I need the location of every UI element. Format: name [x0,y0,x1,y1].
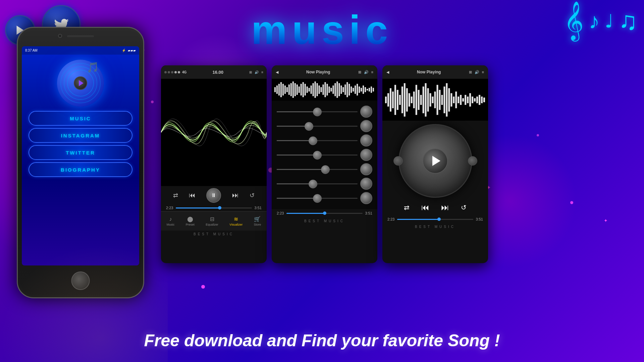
sparkle [570,201,573,204]
eq-slider-5[interactable] [277,169,358,170]
app-logo-area: 🎵 [22,55,139,108]
tab-preset-label: Preset [186,223,195,226]
tab-equalizer[interactable]: ⊟ Equalizer [206,216,218,226]
svg-rect-17 [301,84,302,96]
svg-rect-11 [288,84,290,95]
eq-fill-5 [277,169,325,170]
eq-knob-6[interactable] [360,178,372,190]
eq-slider-7[interactable] [277,198,358,199]
svg-rect-31 [328,86,330,93]
player-center-play[interactable] [423,148,448,174]
back-button-3[interactable]: ◀ [386,70,389,74]
svg-rect-62 [404,83,406,117]
svg-rect-38 [342,87,344,92]
eq-knob-2[interactable] [360,120,372,132]
screen3-title: Now Playing [392,70,466,74]
music-tab-icon: ♪ [169,216,172,222]
svg-rect-91 [472,97,473,103]
vol-icon-2: 🔊 [364,70,369,74]
eq-thumb-2 [305,122,313,131]
svg-rect-8 [282,84,284,96]
tab-preset[interactable]: ⬤ Preset [186,216,195,226]
eq-fill-6 [277,183,313,184]
menu-twitter-button[interactable]: TWITTER [29,145,132,160]
svg-rect-60 [399,95,401,105]
eq-thumb-5 [321,165,330,174]
prev-button[interactable]: ⏮ [189,191,196,199]
menu-music-button[interactable]: MUSIC [29,111,132,126]
s2-progress-fill [286,213,324,214]
progress-track[interactable] [176,207,252,208]
eq-slider-2[interactable] [277,126,358,127]
svg-rect-78 [441,95,443,105]
center-play-button[interactable] [74,76,87,90]
menu-instagram-button[interactable]: INSTAGRAM [29,128,132,143]
back-button-2[interactable]: ◀ [276,70,278,74]
eq-knob-5[interactable] [360,163,372,175]
player-play-triangle [432,156,440,166]
svg-rect-72 [427,88,429,112]
screen3-header-icons: ⊞ 🔊 ≡ [469,70,484,74]
dot3 [171,71,173,73]
menu-icon-2: ≡ [371,70,373,74]
eq-knob-7[interactable] [360,192,372,204]
eq-knob-4[interactable] [360,149,372,161]
s2-time-current: 2:23 [277,211,284,215]
svg-rect-81 [448,88,450,112]
svg-rect-18 [303,82,304,97]
player-prev-btn[interactable]: ⏮ [421,203,429,212]
tab-music[interactable]: ♪ Music [167,216,175,226]
s2-progress-track[interactable] [286,213,362,214]
note-icon-2: ♩ [605,10,613,32]
eq-tab-icon: ⊟ [210,216,214,222]
svg-rect-63 [406,88,408,112]
eq-slider-3[interactable] [277,140,358,141]
shuffle-button[interactable]: ⇄ [173,192,178,199]
svg-rect-53 [373,88,374,92]
svg-rect-93 [476,97,478,103]
svg-rect-68 [418,90,420,110]
s3-time-current: 2:23 [387,217,394,221]
phone-home-button[interactable] [71,272,90,290]
menu-biography-button[interactable]: BIOGRAPHY [29,162,132,177]
eq-slider-4[interactable] [277,155,358,156]
tab-music-label: Music [167,223,175,226]
dot4 [174,71,177,73]
player-side-left[interactable] [393,156,403,166]
svg-rect-52 [371,86,372,93]
eq-knob-1[interactable] [360,106,372,118]
screen2-header: ◀ Now Playing ⊞ 🔊 ≡ [272,65,377,79]
eq-slider-row-5 [277,163,372,175]
svg-rect-46 [359,86,360,93]
eq-slider-6[interactable] [277,183,358,184]
svg-rect-13 [292,81,294,98]
progress-fill [176,207,221,208]
screen1-header: 4G 16.00 ⊞ 🔊 ≡ [161,65,267,79]
clef-icon: 𝄞 [564,3,584,37]
tab-visualizer[interactable]: ≋ Visualizer [229,216,243,226]
player-next-btn[interactable]: ⏭ [441,203,449,212]
svg-rect-39 [344,84,346,95]
player-shuffle-btn[interactable]: ⇄ [404,203,410,212]
svg-rect-58 [394,85,396,115]
player-repeat-btn[interactable]: ↺ [461,203,467,212]
player-wheel[interactable] [398,124,472,198]
repeat-button[interactable]: ↺ [250,192,255,199]
eq-slider-1[interactable] [277,111,358,112]
screen2-header-icons: ⊞ 🔊 ≡ [358,70,373,74]
svg-rect-64 [409,93,410,107]
screen3-header: ◀ Now Playing ⊞ 🔊 ≡ [382,65,488,79]
eq-thumb-1 [313,108,322,116]
pause-button[interactable]: ⏸ [206,188,221,203]
eq-wave-svg [274,80,375,99]
header-time: 16.00 [189,70,247,75]
s3-progress-track[interactable] [397,219,473,220]
svg-rect-55 [387,93,389,107]
s2-progress-thumb [323,212,326,215]
tab-store[interactable]: 🛒 Store [254,216,261,226]
player-side-right[interactable] [468,156,477,166]
next-button[interactable]: ⏭ [232,191,239,199]
svg-rect-16 [299,86,300,93]
eq-knob-3[interactable] [360,134,372,146]
note-icon-1: ♪ [589,8,600,34]
